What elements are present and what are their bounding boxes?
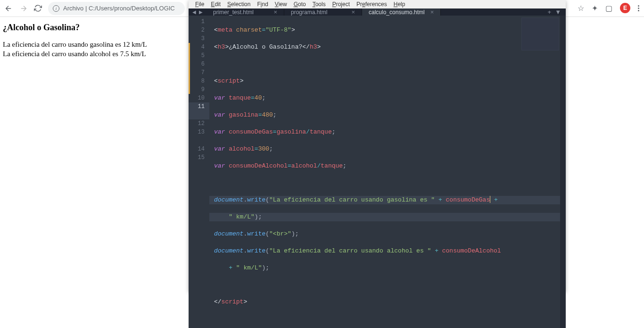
tab-bar-right: + ▼ xyxy=(543,8,566,16)
close-icon[interactable]: × xyxy=(273,8,277,16)
url-bar[interactable]: i Archivo | C:/Users/prono/Desktop/LOGIC xyxy=(48,2,185,15)
tab-next-icon[interactable]: ▶ xyxy=(199,9,203,15)
menu-selection[interactable]: Selection xyxy=(224,0,253,8)
menu-find[interactable]: Find xyxy=(254,0,271,8)
editor-menu-bar: File Edit Selection Find View Goto Tools… xyxy=(189,0,566,8)
profile-avatar[interactable]: E xyxy=(620,3,630,13)
tab-bar: ◀ ▶ primer_test.html × programa.html × c… xyxy=(189,8,566,16)
url-text: Archivo | C:/Users/prono/Desktop/LOGIC xyxy=(63,5,175,12)
tab-label: calculo_consumo.html xyxy=(369,9,425,16)
browser-actions: ☆ ✦ ▢ E xyxy=(578,3,639,13)
menu-project[interactable]: Project xyxy=(330,0,353,8)
menu-tools[interactable]: Tools xyxy=(310,0,329,8)
reload-button[interactable] xyxy=(34,4,42,13)
tab-programa[interactable]: programa.html × xyxy=(284,8,362,16)
code-area[interactable]: <meta charset="UTF-8"> <h3>¿Alcohol o Ga… xyxy=(209,16,566,328)
menu-view[interactable]: View xyxy=(272,0,290,8)
page-heading: ¿Alcohol o Gasolina? xyxy=(3,23,147,33)
panel-icon[interactable]: ▢ xyxy=(605,4,612,13)
tab-menu-icon[interactable]: ▼ xyxy=(555,8,561,16)
forward-button[interactable] xyxy=(19,4,28,13)
menu-file[interactable]: File xyxy=(192,0,207,8)
menu-preferences[interactable]: Preferences xyxy=(354,0,390,8)
close-icon[interactable]: × xyxy=(430,8,434,16)
tab-label: primer_test.html xyxy=(213,9,254,16)
page-line-1: La eficiencia del carro usando gasolina … xyxy=(3,40,147,50)
tab-prev-icon[interactable]: ◀ xyxy=(192,9,196,15)
bookmark-icon[interactable]: ☆ xyxy=(578,4,584,13)
menu-edit[interactable]: Edit xyxy=(208,0,223,8)
line-gutter: 1 2 3 4 5 6 7 8 9 10 11 12 13 14 15 xyxy=(189,16,209,328)
editor-body: 1 2 3 4 5 6 7 8 9 10 11 12 13 14 15 <met… xyxy=(189,16,566,328)
tab-nav-arrows: ◀ ▶ xyxy=(189,8,206,16)
minimap[interactable] xyxy=(521,17,559,50)
tab-primer-test[interactable]: primer_test.html × xyxy=(206,8,284,16)
menu-help[interactable]: Help xyxy=(391,0,408,8)
info-icon: i xyxy=(53,5,59,12)
back-button[interactable] xyxy=(4,4,13,13)
browser-menu-icon[interactable] xyxy=(638,5,639,11)
extensions-icon[interactable]: ✦ xyxy=(592,4,598,13)
new-tab-icon[interactable]: + xyxy=(548,8,552,16)
close-icon[interactable]: × xyxy=(351,8,355,16)
editor-window: File Edit Selection Find View Goto Tools… xyxy=(189,0,566,292)
tab-label: programa.html xyxy=(291,9,327,16)
vertical-scrollbar[interactable] xyxy=(560,16,566,328)
menu-goto[interactable]: Goto xyxy=(291,0,309,8)
page-line-2: La eficiencia del carro usando alcohol e… xyxy=(3,50,147,59)
rendered-page: ¿Alcohol o Gasolina? La eficiencia del c… xyxy=(3,23,147,59)
tab-calculo-consumo[interactable]: calculo_consumo.html × xyxy=(362,8,441,16)
